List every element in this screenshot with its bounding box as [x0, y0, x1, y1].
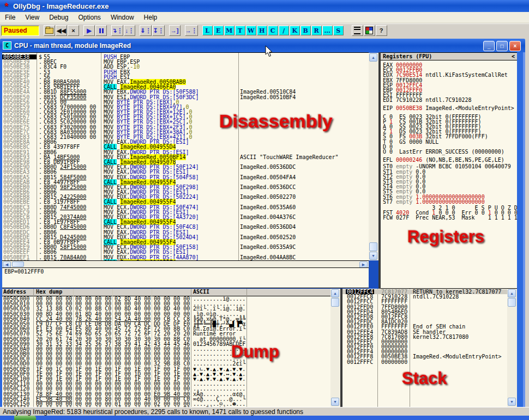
cpu-maximize-button[interactable]: □: [496, 41, 508, 51]
help-button[interactable]: ?: [376, 25, 387, 36]
cpu-close-button[interactable]: ×: [509, 41, 521, 51]
menu-item-debug[interactable]: Debug: [44, 13, 73, 22]
view-run-trace-button[interactable]: ...: [322, 26, 333, 35]
cpu-minimize-button[interactable]: _: [483, 41, 495, 51]
close-program-button[interactable]: ×: [68, 25, 79, 36]
status-paused-indicator: Paused: [1, 26, 39, 36]
animate-over-button[interactable]: ↧⋮: [152, 25, 164, 36]
animate-over-icon: ↧⋮: [153, 27, 164, 34]
menu-item-window[interactable]: Window: [106, 13, 139, 22]
scroll-down-icon[interactable]: ▼: [331, 398, 339, 406]
info-pane[interactable]: EBP=0012FFF0: [2, 267, 369, 288]
step-into-button[interactable]: ↴⋮: [111, 25, 123, 36]
stack-row[interactable]: 0012FFFC00000000: [342, 360, 507, 364]
start-button-fragment[interactable]: [14, 416, 36, 420]
ollydbg-app-icon: *: [2, 2, 10, 10]
scroll-thumb[interactable]: [12, 261, 24, 267]
menu-item-view[interactable]: View: [20, 13, 44, 22]
disassembly-vscrollbar[interactable]: ▲ ▼: [369, 53, 378, 260]
collapse-icon[interactable]: <: [512, 54, 515, 59]
view-executables-button[interactable]: E: [213, 26, 224, 35]
execute-till-return-button[interactable]: →]: [169, 25, 181, 36]
toolbar: Paused ◀◀×▶↴⋮↓⋮⇓⋮↧⋮→]→⋮ LEMTWHC/KBR...S …: [0, 23, 529, 37]
scroll-thumb[interactable]: [369, 242, 377, 251]
list-icon: [354, 27, 360, 34]
windows-list-button[interactable]: [352, 25, 363, 36]
view-breakpoints-button[interactable]: B: [300, 26, 311, 35]
registers-pane[interactable]: Registers (FPU) < EAX 00000000ECX 0012FF…: [381, 52, 517, 289]
register-line[interactable]: FCW 027F Prec NEAR,53 Mask 1 1 1 1 1 1: [381, 215, 517, 220]
menu-item-options[interactable]: Options: [74, 13, 106, 22]
view-call-stack-button[interactable]: K: [290, 26, 300, 35]
dump-pane[interactable]: Address Hex dump ASCII 0050C00000 00 00 …: [2, 289, 330, 407]
scroll-up-icon[interactable]: ▲: [508, 289, 516, 297]
appearance-button[interactable]: [364, 25, 375, 36]
scroll-up-icon[interactable]: ▲: [369, 53, 377, 62]
view-threads-button[interactable]: T: [235, 26, 245, 35]
step-over-button[interactable]: ↓⋮: [124, 25, 135, 36]
annotation-stack: Stack: [402, 369, 447, 388]
menu-item-help[interactable]: Help: [139, 13, 163, 22]
animate-into-icon: ⇓⋮: [140, 27, 151, 34]
go-to-address-button[interactable]: →⋮: [185, 25, 198, 36]
menu-bar: FileViewDebugOptionsWindowHelp: [0, 12, 529, 23]
status-bar: Analysing ImageRed: 5183 heuristical pro…: [0, 407, 529, 416]
dump-vscrollbar[interactable]: ▲ ▼: [330, 289, 340, 407]
view-references-button[interactable]: R: [311, 26, 322, 35]
annotation-dump: Dump: [231, 342, 279, 362]
step-into-icon: ↴⋮: [112, 27, 123, 34]
return-icon: →]: [171, 27, 179, 34]
stack-pane[interactable]: 0012FFC47C817077RETURN to kernel32.7C817…: [342, 289, 507, 407]
view-log-button[interactable]: L: [202, 26, 213, 35]
view-cpu-button[interactable]: C: [268, 26, 278, 35]
annotation-registers: Registers: [407, 227, 484, 247]
menu-item-file[interactable]: File: [0, 13, 20, 22]
play-icon: ▶: [87, 27, 91, 34]
registers-caption: Registers (FPU) <: [381, 53, 517, 60]
color-grid-icon: [365, 27, 373, 34]
taskbar-edge: [0, 416, 529, 420]
run-button[interactable]: ▶: [83, 25, 95, 36]
cpu-window-icon: C: [3, 41, 11, 50]
register-line[interactable]: EFL 00000246 (NO,NB,E,BE,NS,PE,GE,LE): [381, 157, 517, 162]
register-line[interactable]: T 0 GS 0000 NULL: [381, 139, 517, 144]
folder-icon: [45, 28, 53, 34]
dump-header: Address Hex dump ASCII: [2, 289, 330, 296]
animate-into-button[interactable]: ⇓⋮: [140, 25, 152, 36]
stack-vscrollbar[interactable]: ▲ ▼: [507, 289, 517, 407]
scroll-thumb[interactable]: [508, 298, 516, 307]
disasm-row[interactable]: 0050BE3E.53PUSH EBX: [2, 70, 369, 75]
annotation-disassembly: Disassembly: [219, 111, 333, 132]
register-line[interactable]: EDI 7C910228 ntdll.7C910228: [381, 98, 517, 102]
main-titlebar[interactable]: * OllyDbg - ImageReducer.exe: [0, 0, 529, 12]
disasm-row[interactable]: 0050BE3B.83C4 F0ADD ESP,-10: [2, 64, 369, 69]
status-text: Analysing ImageRed: 5183 heuristical pro…: [3, 408, 303, 416]
restart-button[interactable]: ◀◀: [56, 25, 67, 36]
view-patches-button[interactable]: /: [279, 26, 289, 35]
question-icon: ?: [380, 27, 383, 34]
view-handles-button[interactable]: H: [257, 26, 267, 35]
scroll-down-icon[interactable]: ▼: [369, 252, 377, 260]
register-line[interactable]: ST7 empty 1.0000000000000000000: [381, 199, 517, 204]
step-over-icon: ↓⋮: [125, 27, 134, 34]
disasm-row[interactable]: 0050BE38$55PUSH EBP: [2, 54, 369, 59]
disassembly-pane[interactable]: 0050BE38$55PUSH EBP0050BE39.8BECMOV EBP,…: [2, 52, 369, 260]
window-title: OllyDbg - ImageReducer.exe: [13, 2, 109, 10]
pause-icon: [99, 28, 104, 33]
register-line[interactable]: EIP 0050BE38 ImageRed.<ModuleEntryPoint>: [381, 106, 517, 111]
cpu-titlebar[interactable]: C CPU - main thread, module ImageRed: [0, 39, 525, 52]
disassembly-hscrollbar[interactable]: ◀ ▶: [2, 260, 369, 267]
register-line[interactable]: O 0 LastErr ERROR_SUCCESS (00000000): [381, 149, 517, 154]
view-memory-button[interactable]: M: [224, 26, 235, 35]
open-file-button[interactable]: [44, 25, 55, 36]
scroll-thumb[interactable]: [331, 298, 339, 307]
cpu-window-title: CPU - main thread, module ImageRed: [14, 42, 131, 50]
pause-button[interactable]: [95, 25, 107, 36]
view-source-button[interactable]: S: [333, 26, 344, 35]
scroll-down-icon[interactable]: ▼: [508, 398, 516, 406]
view-windows-button[interactable]: W: [246, 26, 256, 35]
close-icon: ×: [71, 27, 75, 34]
scroll-up-icon[interactable]: ▲: [331, 289, 339, 297]
rewind-icon: ◀◀: [57, 27, 66, 34]
goto-icon: →⋮: [185, 27, 197, 34]
